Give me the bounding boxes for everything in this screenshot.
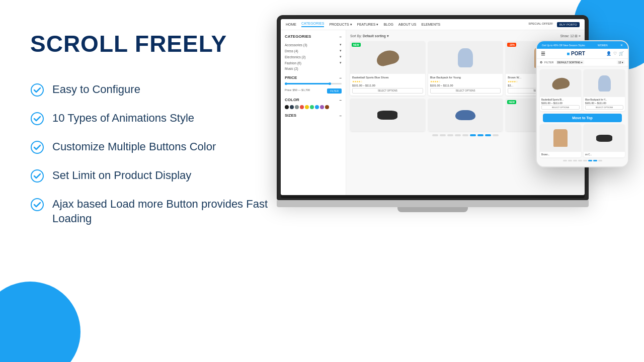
list-item: 10 Types of Animations Style [30, 111, 272, 126]
heart-icon[interactable]: ♡ [613, 51, 617, 56]
mobile-backpack-image [598, 75, 611, 92]
product-card [428, 99, 503, 131]
color-swatch[interactable] [290, 105, 294, 109]
nav-right: SPECIAL OFFER! BUY PORTO [528, 22, 580, 27]
scroll-dot [462, 134, 468, 136]
backpack-image [458, 48, 473, 67]
mobile-product-price: $101.00 – $111.00 [541, 102, 580, 105]
user-icon[interactable]: 👤 [606, 51, 611, 56]
mobile-bag-image [553, 129, 568, 147]
mobile-product-image [584, 69, 625, 97]
nav-features: FEATURES ▾ [357, 23, 379, 27]
product-stars: ★★★★☆ [352, 80, 423, 83]
mobile-product-card: Blue Backpack for Y... $101.00 – $111.00… [584, 69, 625, 111]
nav-about: ABOUT US [398, 23, 417, 26]
scroll-dot [440, 134, 446, 136]
move-to-top-button[interactable]: Move to Top [543, 114, 622, 122]
color-swatch[interactable] [295, 105, 299, 109]
glasses-image [377, 111, 397, 120]
product-card: Blue Backpack for Young ★★★★☆ $101.00 – … [428, 41, 503, 96]
price-title: PRICE– [285, 75, 342, 80]
mobile-scroll-dot [563, 160, 567, 161]
color-swatch[interactable] [300, 105, 304, 109]
mobile-select-btn[interactable]: SELECT OPTIONS [585, 105, 623, 110]
product-image [350, 99, 425, 131]
women-label: WOMEN [598, 44, 608, 47]
mobile-product-info: Blue Backpack for Y... $101.00 – $111.00… [584, 97, 625, 111]
color-swatch[interactable] [320, 105, 324, 109]
svg-point-3 [31, 170, 43, 182]
product-badge-sale: -19% [507, 43, 516, 47]
list-item: Customize Multiple Buttons Color [30, 140, 272, 154]
nav-categories: CATEGORIES [301, 22, 324, 27]
check-icon [30, 83, 44, 97]
select-options-button[interactable]: SELECT OPTIONS [430, 88, 501, 94]
product-info: Basketball Sports Blue Shoes ★★★★☆ $101.… [350, 74, 425, 96]
scroll-dot [455, 134, 461, 136]
sidebar-category[interactable]: Dress (4) ▾ [285, 48, 342, 54]
sort-select[interactable]: DEFAULT SORTING ▾ [556, 60, 585, 64]
sizes-title: SIZES– [285, 113, 342, 118]
sidebar-category[interactable]: Fashion (6) ▾ [285, 60, 342, 66]
svg-point-2 [31, 141, 43, 153]
sidebar-category[interactable]: Electronics (2) ▾ [285, 54, 342, 60]
mobile-product-card: Basketball Sports Bl... $101.00 – $111.0… [540, 69, 581, 111]
mobile-shoe-image [551, 76, 570, 90]
check-icon [30, 169, 44, 183]
mobile-product-image [540, 124, 581, 152]
sidebar-category[interactable]: Music (2) [285, 66, 342, 71]
left-panel: SCROLL FREELY Easy to Configure 10 Types… [30, 25, 272, 347]
select-options-button[interactable]: SELECT OPTIONS [352, 88, 423, 94]
site-sidebar: CATEGORIES – Accessories (3) ▾ Dress (4)… [281, 30, 346, 195]
product-image: NEW [350, 41, 425, 74]
count-select[interactable]: 12 ▾ [617, 60, 625, 64]
feature-text: 10 Types of Animations Style [52, 111, 194, 126]
nav-blog: BLOG [383, 23, 393, 26]
color-swatch[interactable] [285, 105, 289, 109]
mobile-nav: ☰ ■ PORT 👤 ♡ 🛒 [537, 49, 628, 59]
page-wrapper: SCROLL FREELY Easy to Configure 10 Types… [0, 0, 644, 362]
shoe-image [375, 48, 400, 67]
promo-text: Get Up to 40% Off New-Season Styles [542, 44, 585, 47]
color-title: COLOR– [285, 98, 342, 102]
feature-text: Ajax based Load more Button provides Fas… [52, 197, 272, 226]
scroll-dot-active [477, 134, 484, 136]
mobile-scroll-dot-active [593, 160, 597, 161]
feature-text: Customize Multiple Buttons Color [52, 140, 216, 154]
color-swatch[interactable] [325, 105, 329, 109]
color-swatch[interactable] [315, 105, 319, 109]
special-offer-label: SPECIAL OFFER! [528, 22, 553, 27]
filter-button[interactable]: FILTER [327, 88, 342, 94]
product-price: $101.00 – $111.00 [430, 84, 501, 87]
mobile-scroll-dot [568, 160, 572, 161]
product-info: Blue Backpack for Young ★★★★☆ $101.00 – … [428, 74, 503, 96]
mobile-nav-icons: 👤 ♡ 🛒 [606, 51, 624, 56]
check-icon [30, 112, 44, 126]
nav-products: PRODUCTS ▾ [329, 23, 352, 27]
product-name: Blue Backpack for Young [430, 76, 501, 79]
buy-porto-btn[interactable]: BUY PORTO [557, 22, 580, 27]
color-swatch[interactable] [310, 105, 314, 109]
close-icon[interactable]: ✕ [620, 43, 623, 47]
product-image [428, 99, 503, 131]
color-swatch[interactable] [305, 105, 309, 109]
hamburger-icon[interactable]: ☰ [541, 51, 545, 56]
categories-title: CATEGORIES – [285, 34, 342, 39]
mobile-product-info: Basketball Sports Bl... $101.00 – $111.0… [540, 97, 581, 111]
scroll-dot [432, 134, 438, 136]
cart-icon[interactable]: 🛒 [619, 51, 624, 56]
list-item: Ajax based Load more Button provides Fas… [30, 197, 272, 226]
sidebar-category[interactable]: Accessories (3) ▾ [285, 42, 342, 48]
filter-label[interactable]: FILTER [544, 61, 554, 64]
mobile-scroll-dot [573, 160, 577, 161]
check-icon [30, 140, 44, 154]
features-list: Easy to Configure 10 Types of Animations… [30, 82, 272, 226]
product-card [350, 99, 425, 131]
mobile-product-info: on C... [584, 152, 625, 157]
mobile-select-btn[interactable]: SELECT OPTIONS [541, 105, 580, 110]
nav-home: HOME [286, 23, 296, 26]
svg-point-0 [31, 84, 43, 96]
price-filter: PRICE– Price: $50 — $1,700 FILTER [285, 75, 342, 94]
mobile-scroll-indicator [540, 160, 625, 161]
filter-icon[interactable]: ⚙ [540, 61, 542, 64]
